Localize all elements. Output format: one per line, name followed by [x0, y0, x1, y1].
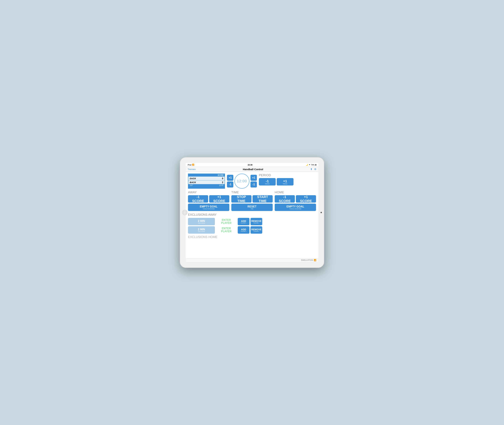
back-button[interactable]: Trennen [188, 168, 196, 171]
away-plus-label: +1 [217, 195, 221, 199]
enter-player-1-label[interactable]: ENTER PLAYER [216, 219, 236, 225]
team1-row: DUCK 0 [188, 176, 225, 180]
away-empty-goal-sub: TOGGLE SHOW/HIDE [203, 208, 215, 209]
start-time-label: START [257, 195, 268, 199]
home-zone: HOME -1 SCORE +1 SCORE EMPTY GOAL T [275, 191, 316, 211]
reset-time-label: RESET [247, 205, 256, 208]
top-section: SCORE DUCK 0 BACK 2 1ST 12:00 [188, 173, 316, 189]
timer-left-col: +1 -1 [227, 175, 233, 187]
away-plus-sub: SCORE [213, 199, 225, 203]
settings-icon[interactable]: ⚙ [314, 168, 316, 171]
status-time: 22:38 [248, 164, 252, 166]
exclusion-away-2-actions: ADD PLAYER 2 REMOVE PLAYER 2 [238, 226, 262, 234]
add-player2-sub: PLAYER 2 [241, 231, 246, 232]
period-plus-sub: PERIOD [283, 183, 287, 185]
battery-icon: ▮ [315, 164, 316, 166]
exclusion-away-row1: 2 MIN EXCLUSION ENTER PLAYER ADD PLAYER … [188, 218, 316, 225]
add-player2-button[interactable]: ADD PLAYER 2 [238, 226, 250, 234]
battery-percentage: 74% [311, 164, 315, 166]
exclusion-away-2min-2-button[interactable]: 2 MIN EXCLUSION [188, 226, 215, 234]
away-empty-goal-label: EMPTY GOAL [200, 205, 218, 208]
period-title: PERIOD [259, 173, 316, 177]
away-empty-goal-button[interactable]: EMPTY GOAL TOGGLE SHOW/HIDE [188, 204, 229, 211]
status-bar: iPad 📶 22:38 🌙 ✦ 74% ▮ [186, 163, 318, 167]
time-title: TIME [231, 191, 273, 194]
timer-plus-left-button[interactable]: +1 [227, 175, 233, 181]
away-zone: AWAY -1 SCORE +1 SCORE EMPTY GOAL T [188, 191, 229, 211]
reset-time-sub: TIME [251, 208, 253, 209]
home-empty-goal-button[interactable]: EMPTY GOAL TOGGLE SHOW/HIDE [275, 204, 316, 211]
simulation-label: SIMULATION [301, 259, 313, 261]
status-left: iPad 📶 [188, 164, 194, 166]
timer-display: 12:00 [237, 179, 247, 183]
timer-right-col: +1 -1 [251, 175, 257, 187]
home-button[interactable] [182, 210, 187, 215]
exclusion-away-2min-2-sub: EXCLUSION [198, 231, 205, 232]
carrier-label: iPad [188, 164, 191, 166]
timer-plus-left-label: +1 [229, 176, 232, 179]
period-section: PERIOD -1 PERIOD +1 PERIOD [259, 173, 316, 189]
home-button-inner [183, 211, 186, 214]
period-minus-label: -1 [266, 179, 269, 183]
reset-time-button[interactable]: RESET TIME [231, 204, 273, 211]
page-title: Handball Control [243, 168, 263, 171]
away-plus-button[interactable]: +1 SCORE [209, 195, 229, 203]
timer-minus-left-label: -1 [229, 183, 231, 186]
home-plus-button[interactable]: +1 SCORE [296, 195, 316, 203]
ipad-screen: iPad 📶 22:38 🌙 ✦ 74% ▮ Trennen Handball … [186, 163, 318, 262]
away-minus-button[interactable]: -1 SCORE [188, 195, 208, 203]
home-minus-label: -1 [283, 195, 286, 199]
team2-score: 2 [222, 181, 223, 184]
team1-score: 0 [222, 177, 223, 180]
exclusions-away-title: EXCLUSIONS AWAY [188, 213, 316, 217]
exclusion-away-1-actions: ADD PLAYER 1 REMOVE PLAYER 1 [238, 218, 262, 225]
add-player2-label: ADD [241, 228, 246, 231]
start-time-button[interactable]: START TIME [252, 195, 273, 203]
exclusion-away-2min-2-label: 2 MIN [198, 228, 205, 231]
exclusion-away-2min-1-button[interactable]: 2 MIN EXCLUSION [188, 218, 215, 225]
timer-section: +1 -1 12:00 +1 -1 [227, 173, 257, 189]
remove-player2-label: REMOVE [251, 228, 262, 231]
away-minus-sub: SCORE [192, 199, 204, 203]
stop-time-button[interactable]: STOP TIME [231, 195, 252, 203]
period-minus-sub: PERIOD [265, 183, 270, 185]
home-minus-button[interactable]: -1 SCORE [275, 195, 295, 203]
home-plus-label: +1 [304, 195, 308, 199]
exclusion-away-2min-1-sub: EXCLUSION [198, 223, 205, 224]
timer-minus-right-label: -1 [252, 183, 255, 186]
exclusions-home-section: EXCLUSIONS HOME [188, 235, 316, 239]
add-player1-label: ADD [241, 220, 246, 222]
add-player1-button[interactable]: ADD PLAYER 1 [238, 218, 250, 225]
camera-dot [320, 212, 322, 213]
period-plus-label: +1 [283, 179, 287, 183]
period-display: 1ST [190, 185, 193, 186]
nav-bar: Trennen Handball Control ⬆ ⚙ [186, 167, 318, 172]
main-content: SCORE DUCK 0 BACK 2 1ST 12:00 [186, 172, 318, 258]
share-icon[interactable]: ⬆ [310, 168, 313, 171]
add-player1-sub: PLAYER 1 [241, 222, 246, 224]
scoreboard-footer: 1ST 12:00 [188, 184, 225, 187]
nav-right-icons: ⬆ ⚙ [310, 168, 316, 171]
away-title: AWAY [188, 191, 229, 194]
simulation-status: SIMULATION 📶 [301, 259, 316, 261]
home-empty-goal-label: EMPTY GOAL [286, 205, 304, 208]
remove-player1-button[interactable]: REMOVE PLAYER 1 [251, 218, 262, 225]
timer-plus-right-button[interactable]: +1 [251, 175, 257, 181]
timer-plus-right-label: +1 [252, 176, 255, 179]
timer-minus-left-button[interactable]: -1 [227, 181, 233, 187]
period-minus-button[interactable]: -1 PERIOD [259, 178, 276, 186]
home-title: HOME [275, 191, 316, 194]
exclusions-away-section: EXCLUSIONS AWAY 2 MIN EXCLUSION ENTER PL… [188, 213, 316, 234]
status-right: 🌙 ✦ 74% ▮ [306, 164, 316, 166]
timer-minus-right-button[interactable]: -1 [251, 181, 257, 187]
exclusion-away-2min-1-label: 2 MIN [198, 219, 205, 223]
time-controls-row: STOP TIME START TIME [231, 195, 273, 203]
scoreboard-header: SCORE [188, 174, 225, 176]
exclusions-home-title: EXCLUSIONS HOME [188, 235, 316, 239]
score-header-label: SCORE [218, 174, 224, 176]
home-minus-sub: SCORE [279, 199, 291, 203]
period-plus-button[interactable]: +1 PERIOD [277, 178, 293, 186]
bottom-bar: SIMULATION 📶 [186, 258, 318, 262]
remove-player2-button[interactable]: REMOVE PLAYER 2 [251, 226, 262, 234]
enter-player-2-label[interactable]: ENTER PLAYER [216, 227, 236, 233]
